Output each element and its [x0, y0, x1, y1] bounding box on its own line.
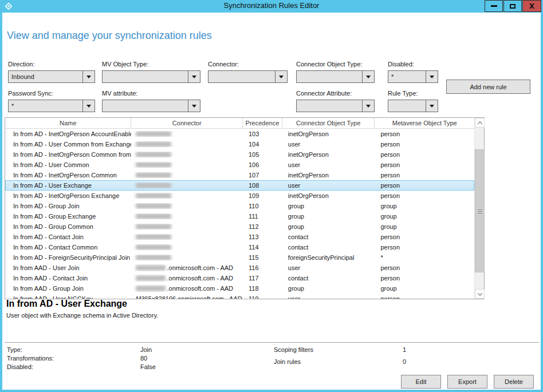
cell-connector-object-type: contact — [282, 233, 375, 240]
detail-separator — [5, 342, 539, 343]
column-header-name[interactable]: Name — [5, 118, 131, 128]
chevron-down-icon — [366, 76, 371, 78]
export-button[interactable]: Export — [447, 375, 487, 389]
filter-label-mv-attribute: MV attribute: — [102, 90, 200, 97]
table-row[interactable]: In from AD - Group Join110groupgroup — [5, 201, 474, 211]
table-row[interactable]: In from AD - ForeignSecurityPrincipal Jo… — [5, 252, 474, 263]
scroll-up-button[interactable] — [475, 118, 485, 128]
table-row[interactable]: In from AD - User Common106userperson — [5, 160, 474, 170]
table-row[interactable]: In from AD - User Common from Exchange10… — [5, 139, 474, 149]
table-row[interactable]: In from AAD - User NGCKeyM365x828196.onm… — [5, 294, 474, 299]
dropdown-arrow-button[interactable] — [362, 71, 374, 82]
cell-name: In from AD - User Exchange — [5, 182, 131, 189]
filter-dropdown-rule-type[interactable] — [388, 100, 438, 112]
cell-connector-object-type: contact — [282, 275, 375, 282]
table-row[interactable]: In from AD - InetOrgPerson AccountEnable… — [5, 129, 474, 139]
table-row[interactable]: In from AD - InetOrgPerson Common from E… — [5, 149, 474, 160]
dropdown-arrow-button[interactable] — [188, 100, 200, 112]
scroll-down-button[interactable] — [475, 289, 485, 299]
cell-connector — [131, 213, 243, 219]
dropdown-arrow-button[interactable] — [82, 100, 95, 112]
cell-name: In from AD - Group Common — [5, 223, 131, 230]
redacted-connector-blur — [136, 203, 171, 209]
cell-connector — [131, 234, 243, 240]
chevron-down-icon — [430, 76, 434, 78]
cell-precedence: 105 — [243, 151, 282, 158]
table-row[interactable]: In from AD - Contact Join113contactperso… — [5, 232, 474, 242]
cell-precedence: 103 — [243, 130, 282, 137]
table-row[interactable]: In from AD - Contact Common114contactper… — [5, 242, 474, 252]
cell-metaverse-object-type: person — [375, 161, 474, 168]
column-header-connector[interactable]: Connector — [131, 118, 243, 128]
redacted-connector-blur — [136, 286, 166, 291]
chevron-down-icon — [430, 105, 434, 108]
minimize-button[interactable] — [485, 0, 503, 12]
table-row[interactable]: In from AD - User Exchange108userperson — [5, 180, 474, 191]
filter-label-connector: Connector: — [208, 61, 288, 68]
scrollbar-thumb[interactable] — [475, 149, 485, 272]
cell-connector: .onmicrosoft.com - AAD — [131, 285, 243, 292]
table-scrollbar[interactable] — [474, 118, 484, 299]
delete-button[interactable]: Delete — [494, 375, 534, 389]
detail-field-value: 1 — [403, 346, 406, 353]
edit-button[interactable]: Edit — [401, 375, 441, 389]
filter-dropdown-connector-object-type[interactable] — [296, 70, 375, 83]
filter-dropdown-connector-attribute[interactable] — [296, 100, 375, 112]
filter-dropdown-mv-object-type[interactable] — [102, 70, 200, 83]
detail-field-value: 80 — [140, 355, 147, 362]
cell-name: In from AD - InetOrgPerson AccountEnable… — [5, 130, 131, 137]
cell-precedence: 112 — [243, 223, 282, 230]
table-row[interactable]: In from AD - InetOrgPerson Common107inet… — [5, 170, 474, 180]
filter-label-password-sync: Password Sync: — [8, 90, 95, 97]
filter-label-connector-object-type: Connector Object Type: — [296, 61, 375, 68]
table-row[interactable]: In from AAD - User Join.onmicrosoft.com … — [5, 263, 474, 273]
column-header-precedence[interactable]: Precedence — [243, 118, 282, 128]
detail-field-value: Join — [140, 346, 152, 353]
column-header-cot[interactable]: Connector Object Type — [282, 118, 375, 128]
table-row[interactable]: In from AD - InetOrgPerson Exchange109in… — [5, 191, 474, 201]
cell-metaverse-object-type: person — [375, 244, 474, 251]
maximize-button[interactable] — [503, 0, 522, 12]
filter-dropdown-disabled[interactable]: * — [388, 70, 438, 83]
close-button[interactable]: X — [522, 0, 541, 12]
filter-dropdown-direction[interactable]: Inbound — [8, 70, 95, 83]
table-row[interactable]: In from AAD - Contact Join.onmicrosoft.c… — [5, 273, 474, 283]
redacted-connector-blur — [136, 255, 171, 260]
redacted-connector-blur — [136, 152, 171, 157]
redacted-connector-blur — [136, 275, 166, 281]
cell-precedence: 119 — [243, 295, 282, 299]
column-header-mot[interactable]: Metaverse Object Type — [375, 118, 474, 128]
table-row[interactable]: In from AD - Group Exchange111groupgroup — [5, 211, 474, 221]
close-icon: X — [529, 2, 534, 10]
filter-dropdown-password-sync[interactable]: * — [8, 100, 95, 112]
dropdown-arrow-button[interactable] — [426, 71, 438, 82]
filter-value-connector — [208, 71, 275, 82]
cell-metaverse-object-type: person — [375, 295, 474, 299]
cell-connector-object-type: user — [282, 161, 375, 168]
add-new-rule-button[interactable]: Add new rule — [446, 80, 530, 94]
cell-connector-object-type: user — [282, 141, 375, 148]
cell-connector-object-type: user — [282, 264, 375, 271]
cell-precedence: 116 — [243, 264, 282, 271]
dropdown-arrow-button[interactable] — [275, 71, 287, 82]
filter-dropdown-mv-attribute[interactable] — [102, 100, 200, 112]
cell-name: In from AD - Group Exchange — [5, 213, 131, 220]
detail-field-label: Disabled: — [7, 363, 33, 370]
dropdown-arrow-button[interactable] — [362, 100, 374, 112]
filter-dropdown-connector[interactable] — [208, 70, 288, 83]
titlebar[interactable]: Synchronization Rules Editor X — [0, 0, 543, 13]
table-row[interactable]: In from AAD - Group Join.onmicrosoft.com… — [5, 283, 474, 294]
filter-label-disabled: Disabled: — [388, 61, 438, 68]
redacted-connector-blur — [136, 234, 171, 240]
cell-connector-object-type: foreignSecurityPrincipal — [282, 254, 375, 261]
cell-connector-object-type: group — [282, 213, 375, 220]
connector-cell-text: .onmicrosoft.com - AAD — [167, 285, 233, 292]
cell-name: In from AAD - User Join — [5, 264, 131, 271]
table-row[interactable]: In from AD - Group Common112groupgroup — [5, 221, 474, 232]
dropdown-arrow-button[interactable] — [82, 71, 95, 82]
main-content: View and manage your synchronization rul… — [2, 13, 541, 390]
dropdown-arrow-button[interactable] — [188, 71, 200, 82]
cell-metaverse-object-type: person — [375, 130, 474, 137]
detail-field-value: 0 — [403, 358, 406, 365]
dropdown-arrow-button[interactable] — [426, 100, 438, 112]
